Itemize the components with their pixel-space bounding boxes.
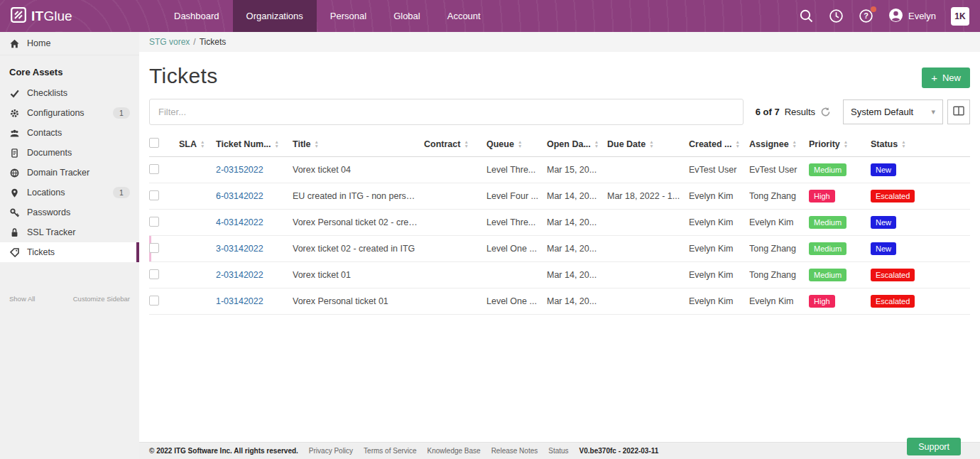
sort-desc-icon: ▼ (844, 144, 848, 148)
select-all-checkbox[interactable] (149, 138, 159, 148)
table-row[interactable]: 2-03142022 Vorex ticket 01 Mar 14, 20...… (149, 262, 970, 288)
column-header-due-date[interactable]: Due Date▲▼ (607, 139, 689, 149)
customize-sidebar-link[interactable]: Customize Sidebar (73, 295, 130, 303)
table-row[interactable]: 6-03142022 EU created in ITG - non perso… (149, 183, 970, 210)
footer-link-knowledge-base[interactable]: Knowledge Base (428, 447, 481, 455)
ticket-number-link[interactable]: 2-03152022 (216, 165, 263, 175)
main-area: STG vorex / Tickets Tickets + New 6 of 7… (139, 32, 980, 459)
table-row[interactable]: 3-03142022 Vorex ticket 02 - created in … (149, 236, 970, 262)
sidebar-item-configurations[interactable]: Configurations 1 (0, 103, 139, 123)
sidebar-item-documents[interactable]: Documents (0, 143, 139, 163)
column-header-queue[interactable]: Queue▲▼ (486, 139, 547, 149)
ticket-number-link[interactable]: 6-03142022 (216, 191, 263, 201)
tab-dashboard[interactable]: Dashboard (160, 0, 233, 32)
sort-icon: ▲▼ (200, 140, 205, 148)
column-label: Open Da... (547, 139, 591, 149)
top-navbar: ITGlue Dashboard Organizations Personal … (0, 0, 980, 32)
sidebar-item-locations[interactable]: Locations 1 (0, 183, 139, 202)
gear-icon (9, 109, 20, 118)
column-settings-button[interactable] (947, 99, 970, 124)
sort-desc-icon: ▼ (901, 144, 905, 148)
footer-link-terms[interactable]: Terms of Service (364, 447, 416, 455)
column-header-sla[interactable]: SLA▲▼ (179, 139, 216, 149)
column-header-ticket-number[interactable]: Ticket Num...▲▼ (216, 139, 293, 149)
show-all-link[interactable]: Show All (9, 295, 35, 303)
cell-created-by: Evelyn Kim (689, 296, 749, 306)
sort-desc-icon: ▼ (275, 144, 279, 148)
column-header-open-date[interactable]: Open Da...▲▼ (547, 139, 607, 149)
key-icon (9, 208, 20, 217)
new-ticket-button[interactable]: + New (922, 68, 970, 88)
cell-queue: Level Four ... (486, 191, 547, 201)
ticket-number-link[interactable]: 3-03142022 (216, 244, 263, 254)
sort-icon: ▲▼ (735, 140, 739, 148)
cell-assignee: EvTest User (749, 165, 809, 175)
sidebar-item-domain-tracker[interactable]: Domain Tracker (0, 163, 139, 183)
ticket-number-link[interactable]: 4-03142022 (216, 217, 263, 227)
refresh-icon[interactable] (820, 107, 831, 117)
cell-queue: Level Thre... (486, 217, 547, 227)
column-header-priority[interactable]: Priority▲▼ (809, 139, 871, 149)
kaseya-logo[interactable]: 1K (951, 7, 969, 26)
people-icon (9, 129, 20, 138)
sidebar-item-passwords[interactable]: Passwords (0, 202, 139, 222)
topnav-right: ? Evelyn 1K (799, 0, 980, 32)
table-row[interactable]: 4-03142022 Vorex Personal ticket 02 - cr… (149, 210, 970, 236)
tab-global[interactable]: Global (380, 0, 434, 32)
sidebar-item-label: Domain Tracker (27, 168, 89, 178)
column-header-status[interactable]: Status▲▼ (871, 139, 970, 149)
filter-input[interactable] (149, 99, 744, 125)
checkmark-icon (9, 89, 20, 98)
breadcrumb-org-link[interactable]: STG vorex (149, 37, 190, 47)
cell-assignee: Evelyn Kim (749, 217, 809, 227)
footer-link-privacy[interactable]: Privacy Policy (309, 447, 353, 455)
sidebar-item-checklists[interactable]: Checklists (0, 83, 139, 103)
tab-personal[interactable]: Personal (317, 0, 380, 32)
cell-open-date: Mar 15, 20... (547, 165, 607, 175)
row-checkbox[interactable] (149, 217, 159, 227)
help-icon[interactable]: ? (859, 9, 873, 23)
tab-account[interactable]: Account (434, 0, 494, 32)
table-row[interactable]: 2-03152022 Vorex ticket 04 Level Thre...… (149, 157, 970, 183)
priority-badge: High (809, 190, 835, 202)
sort-desc-icon: ▼ (594, 144, 599, 148)
row-checkbox[interactable] (149, 243, 159, 253)
column-header-created-by[interactable]: Created ...▲▼ (689, 139, 749, 149)
svg-text:?: ? (864, 11, 869, 20)
status-badge: New (871, 216, 896, 229)
count-badge: 1 (113, 187, 130, 198)
row-checkbox[interactable] (149, 296, 159, 306)
search-icon[interactable] (799, 9, 814, 23)
sidebar-item-contacts[interactable]: Contacts (0, 123, 139, 143)
status-badge: New (871, 163, 896, 176)
ticket-number-link[interactable]: 1-03142022 (216, 296, 263, 306)
sidebar-item-home[interactable]: Home (0, 32, 139, 55)
footer-link-release-notes[interactable]: Release Notes (491, 447, 538, 455)
sort-icon: ▲▼ (464, 140, 468, 148)
row-checkbox[interactable] (149, 164, 159, 174)
sidebar-item-tickets[interactable]: Tickets (0, 242, 139, 262)
sidebar-item-ssl-tracker[interactable]: SSL Tracker (0, 222, 139, 242)
itglue-logo[interactable]: ITGlue (0, 0, 129, 32)
column-header-assignee[interactable]: Assignee▲▼ (749, 139, 809, 149)
row-checkbox[interactable] (149, 269, 159, 279)
status-badge: Escalated (871, 295, 915, 308)
breadcrumb-separator: / (193, 37, 195, 47)
cell-assignee: Tong Zhang (749, 244, 809, 254)
row-checkbox[interactable] (149, 190, 159, 200)
column-label: Status (871, 139, 898, 149)
user-name: Evelyn (908, 11, 936, 21)
table-row[interactable]: 1-03142022 Vorex Personal ticket 01 Leve… (149, 288, 970, 315)
footer-link-status[interactable]: Status (548, 447, 568, 455)
sidebar-item-label: SSL Tracker (27, 227, 75, 237)
recent-activity-clock-icon[interactable] (829, 9, 844, 23)
sort-desc-icon: ▼ (518, 144, 522, 148)
column-header-contract[interactable]: Contract▲▼ (424, 139, 486, 149)
user-menu[interactable]: Evelyn (888, 8, 936, 25)
view-select-dropdown[interactable]: System Default ▾ (843, 99, 943, 124)
tab-organizations[interactable]: Organizations (233, 0, 317, 32)
ticket-number-link[interactable]: 2-03142022 (216, 270, 263, 280)
support-button[interactable]: Support (907, 438, 961, 455)
status-badge: Escalated (871, 190, 915, 202)
column-header-title[interactable]: Title▲▼ (293, 139, 424, 149)
